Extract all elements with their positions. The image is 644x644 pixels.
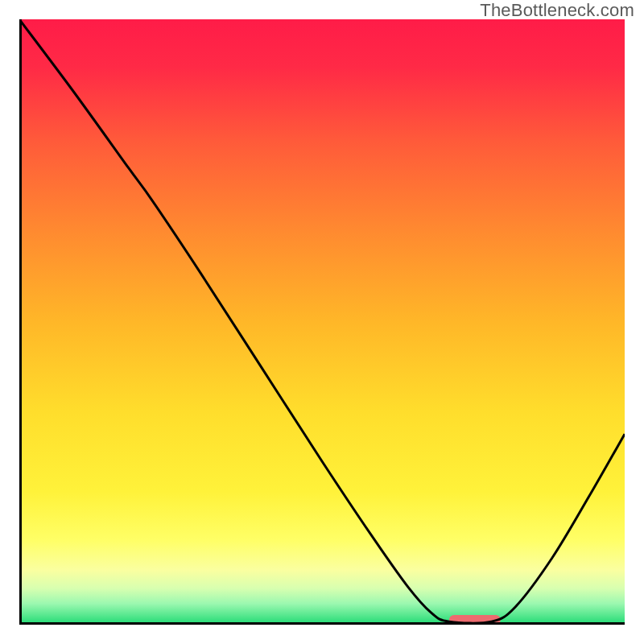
plot-area (19, 19, 625, 625)
chart-container: TheBottleneck.com (0, 0, 644, 644)
gradient-background (19, 19, 625, 625)
chart-svg (19, 19, 625, 625)
attribution-label: TheBottleneck.com (480, 0, 634, 21)
